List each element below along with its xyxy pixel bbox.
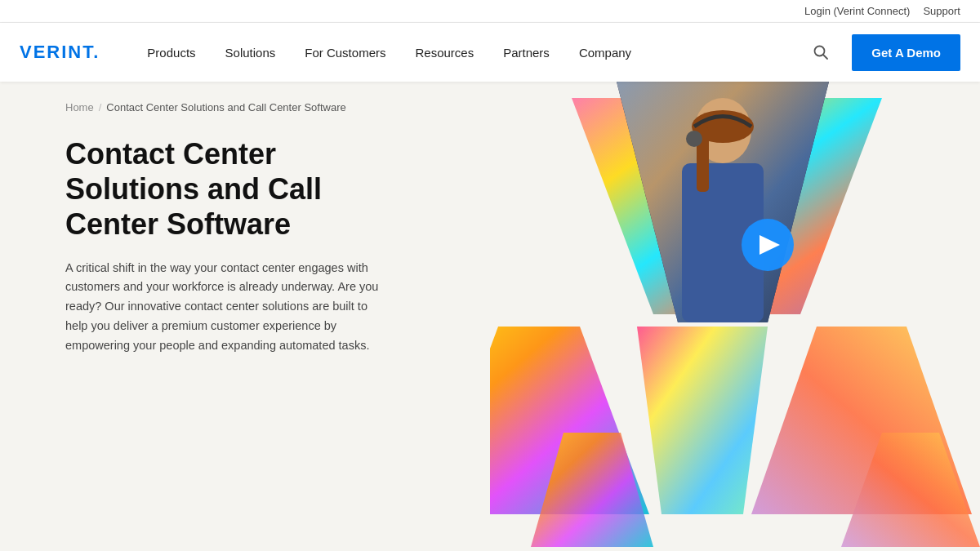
svg-marker-19 xyxy=(531,433,653,547)
svg-marker-18 xyxy=(760,235,780,255)
svg-marker-6 xyxy=(490,327,649,514)
header: VERINT. Products Solutions For Customers… xyxy=(0,23,980,82)
breadcrumb-separator: / xyxy=(99,101,102,113)
svg-marker-20 xyxy=(841,433,980,547)
hero-section: Contact Center Solutions and Call Center… xyxy=(0,113,457,356)
main-nav: Products Solutions For Customers Resourc… xyxy=(132,23,803,82)
svg-point-16 xyxy=(686,131,702,147)
nav-partners[interactable]: Partners xyxy=(488,23,564,82)
search-icon[interactable] xyxy=(803,23,839,82)
svg-marker-4 xyxy=(751,327,972,514)
nav-company[interactable]: Company xyxy=(564,23,646,82)
nav-products[interactable]: Products xyxy=(132,23,210,82)
logo[interactable]: VERINT. xyxy=(20,42,100,63)
svg-marker-10 xyxy=(617,82,829,322)
get-demo-button[interactable]: Get A Demo xyxy=(852,34,960,71)
nav-for-customers[interactable]: For Customers xyxy=(290,23,400,82)
svg-marker-2 xyxy=(617,82,829,322)
hero-description: A critical shift in the way your contact… xyxy=(65,259,392,357)
support-link[interactable]: Support xyxy=(923,5,960,17)
top-bar: Login (Verint Connect) Support xyxy=(0,0,980,23)
svg-rect-15 xyxy=(697,127,709,192)
svg-point-14 xyxy=(692,110,754,143)
svg-marker-5 xyxy=(637,327,768,514)
svg-point-12 xyxy=(694,98,751,163)
svg-marker-7 xyxy=(751,327,972,514)
hero-title: Contact Center Solutions and Call Center… xyxy=(65,136,392,242)
hero-visual xyxy=(490,82,980,547)
svg-rect-11 xyxy=(617,82,829,322)
svg-line-1 xyxy=(823,55,827,59)
svg-marker-8 xyxy=(637,327,768,514)
svg-rect-13 xyxy=(682,163,764,322)
nav-resources[interactable]: Resources xyxy=(400,23,488,82)
main-content: Home / Contact Center Solutions and Call… xyxy=(0,82,980,547)
breadcrumb-home[interactable]: Home xyxy=(65,101,94,113)
svg-marker-3 xyxy=(490,327,649,514)
breadcrumb-current: Contact Center Solutions and Call Center… xyxy=(106,101,345,113)
login-link[interactable]: Login (Verint Connect) xyxy=(804,5,910,17)
nav-solutions[interactable]: Solutions xyxy=(211,23,291,82)
svg-marker-9 xyxy=(572,98,882,314)
svg-point-17 xyxy=(742,219,794,271)
